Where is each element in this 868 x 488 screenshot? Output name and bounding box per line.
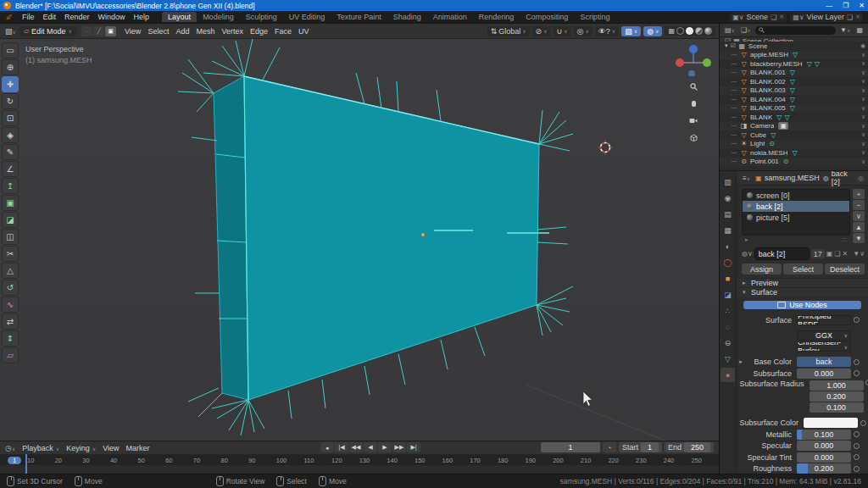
blender-menu-icon[interactable]: 🜚: [5, 13, 13, 21]
material-slot[interactable]: screen [0]: [743, 190, 849, 201]
playback-button[interactable]: ▶: [378, 442, 392, 452]
playback-button[interactable]: |◀: [335, 442, 348, 452]
overlays-dropdown[interactable]: ◍∨: [643, 26, 662, 36]
ortho-toggle-button[interactable]: [687, 130, 700, 144]
visibility-eye-icon[interactable]: ∨: [861, 78, 865, 85]
property-field[interactable]: 0.100 ∨: [797, 430, 851, 440]
browse-material-icon[interactable]: ◍∨: [742, 250, 753, 258]
tool-button[interactable]: ▣: [2, 195, 19, 211]
outliner-row[interactable]: ▾ ☑ ▽ BLANK.005 ▽ ∨: [720, 104, 868, 114]
fake-user-shield-icon[interactable]: ▣: [826, 250, 833, 258]
tool-button[interactable]: ∠: [2, 161, 19, 177]
frame-range-start[interactable]: Start 1: [619, 442, 662, 452]
close-button[interactable]: ✕: [859, 2, 865, 9]
tool-button[interactable]: ✚: [2, 76, 19, 92]
tool-button[interactable]: ◫: [2, 229, 19, 245]
viewport-menu-item[interactable]: Mesh: [192, 27, 218, 36]
tool-button[interactable]: ⇕: [2, 330, 19, 347]
material-slot[interactable]: back [2]: [743, 201, 849, 212]
viewport-menu-item[interactable]: Select: [144, 27, 172, 36]
workspace-tab[interactable]: UV Editing: [283, 12, 331, 22]
camera-view-dot[interactable]: [688, 70, 695, 76]
viewport-menu-item[interactable]: Vertex: [218, 27, 247, 36]
material-name-field[interactable]: back [2]: [754, 247, 810, 260]
playback-button[interactable]: ◀◀: [349, 442, 363, 452]
transform-orientation-dropdown[interactable]: ⇅ Global ∨: [487, 26, 530, 36]
gizmos-dropdown[interactable]: ▧∨: [621, 26, 641, 36]
property-field[interactable]: 0.000 ∨: [797, 441, 851, 451]
use-nodes-button[interactable]: Use Nodes: [743, 301, 861, 309]
edge-select-button[interactable]: ╱: [93, 26, 104, 36]
pin-icon[interactable]: ◎: [858, 175, 864, 182]
wireframe-shading-button[interactable]: [676, 27, 684, 35]
properties-editor-icon[interactable]: ≡∨: [741, 175, 752, 182]
tool-button[interactable]: ▱: [2, 347, 19, 363]
vertex-select-button[interactable]: ∙: [81, 26, 92, 36]
visibility-eye-icon[interactable]: ∨: [861, 105, 865, 112]
current-frame-field[interactable]: 1: [541, 442, 600, 452]
pan-hand-button[interactable]: [687, 97, 700, 110]
outliner-row[interactable]: ▾ ☑ ⊙ Point.001 ⊙ ∨: [720, 158, 868, 167]
outliner-row[interactable]: ▾ ☑ ▽ BLANK.003 ▽ ∨: [720, 86, 868, 96]
keyframe-dot[interactable]: [851, 443, 861, 449]
visibility-eye-icon[interactable]: ∨: [861, 149, 865, 156]
visibility-eye-icon[interactable]: ∨: [861, 131, 865, 138]
editor-type-icon[interactable]: ▧∨: [3, 27, 18, 36]
keyframe-dot[interactable]: [851, 332, 861, 338]
new-material-icon[interactable]: ❏: [834, 250, 840, 258]
property-field[interactable]: Principled BSDF ∨: [797, 315, 851, 325]
breadcrumb-object[interactable]: ▣ samsung.MESH: [755, 174, 820, 182]
viewport-menu-item[interactable]: View: [121, 27, 144, 36]
visibility-dropdown[interactable]: 👁?∨: [595, 26, 619, 36]
properties-tab[interactable]: ◯: [721, 255, 735, 269]
visibility-eye-icon[interactable]: ∨: [861, 123, 865, 130]
properties-tab[interactable]: ■: [721, 271, 735, 286]
xray-toggle[interactable]: ▦: [668, 27, 675, 35]
property-field[interactable]: ∨: [804, 418, 858, 428]
tool-button[interactable]: ↥: [2, 178, 19, 194]
slot-action-button[interactable]: +: [853, 189, 865, 199]
z-axis-ball[interactable]: [689, 45, 698, 53]
tool-button[interactable]: ⊕: [2, 59, 19, 75]
axis-gizmo[interactable]: [675, 42, 712, 76]
menu-item[interactable]: Help: [130, 13, 154, 21]
menu-item[interactable]: File: [18, 13, 39, 21]
viewport-menu-item[interactable]: UV: [295, 27, 313, 36]
visibility-eye-icon[interactable]: ∨: [861, 52, 865, 58]
viewport-menu-item[interactable]: Add: [172, 27, 192, 36]
timeline-ruler[interactable]: 1 10203040506070809010011012013014015016…: [0, 455, 719, 465]
property-field[interactable]: ∨ 1.0000.2000.100: [810, 380, 864, 413]
outliner-search-input[interactable]: [755, 26, 837, 35]
tool-button[interactable]: ▭: [2, 42, 19, 58]
menu-item[interactable]: Render: [60, 13, 94, 21]
playback-button[interactable]: ▶▶: [392, 442, 406, 452]
playback-button[interactable]: ●: [320, 442, 334, 452]
display-mode-icon[interactable]: ❏∨: [739, 26, 753, 34]
material-slot[interactable]: picture [5]: [743, 212, 849, 223]
properties-tab[interactable]: ▥: [721, 175, 735, 189]
workspace-tab[interactable]: Sculpting: [240, 12, 283, 22]
outliner-row[interactable]: ▾ ☑ ▦ Scene ◉: [720, 42, 868, 51]
outliner-row[interactable]: ▾ ☑ ▽ blackberry.MESH ▽ ▽ ∨: [720, 59, 868, 69]
property-field[interactable]: 0.000 ∨: [797, 369, 851, 379]
visibility-eye-icon[interactable]: ∨: [861, 69, 865, 76]
keyframe-dot[interactable]: [851, 317, 861, 323]
timeline-track[interactable]: [0, 465, 719, 474]
playback-button[interactable]: ◀: [364, 442, 377, 452]
users-count-badge[interactable]: 17: [811, 249, 825, 258]
outliner-row[interactable]: ▾ ☑ ▽ BLANK.004 ▽ ∨: [720, 95, 868, 104]
zoom-button[interactable]: [687, 80, 700, 93]
current-frame-indicator[interactable]: 1: [8, 457, 21, 464]
keyframe-dot[interactable]: [851, 431, 861, 437]
mode-dropdown[interactable]: ▱ Edit Mode ∨: [19, 26, 76, 36]
workspace-tab[interactable]: Compositing: [520, 12, 574, 22]
timeline-menu-item[interactable]: Playback: [19, 444, 63, 452]
snap-toggle[interactable]: ∪∨: [554, 26, 571, 36]
tool-button[interactable]: ↺: [2, 280, 19, 296]
keyframe-dot[interactable]: [851, 466, 861, 472]
properties-tab[interactable]: ◌: [721, 319, 735, 334]
workspace-tab[interactable]: Shading: [387, 12, 427, 22]
menu-item[interactable]: Edit: [39, 13, 61, 21]
tool-button[interactable]: ↻: [2, 93, 19, 109]
action-button[interactable]: Select: [783, 263, 823, 274]
